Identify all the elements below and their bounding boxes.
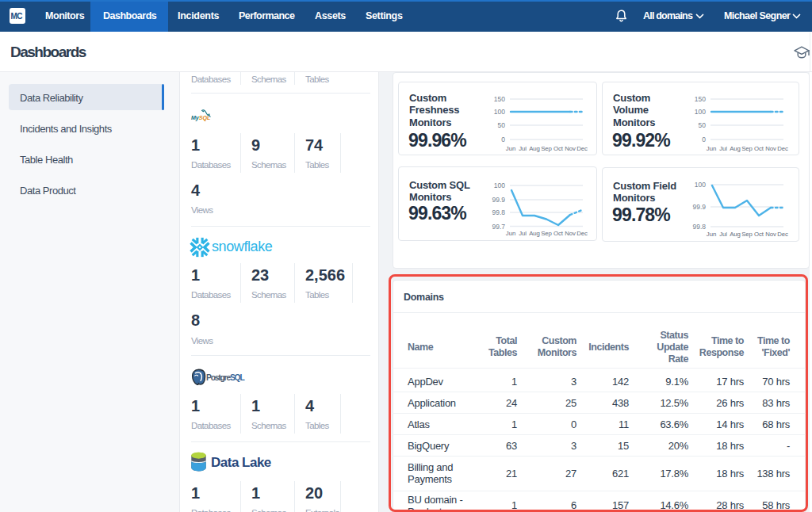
svg-text:50: 50 bbox=[699, 121, 707, 129]
svg-text:99.8: 99.8 bbox=[692, 223, 706, 231]
svg-text:99.9: 99.9 bbox=[492, 196, 505, 204]
svg-text:Jun: Jun bbox=[707, 231, 716, 238]
svg-text:150: 150 bbox=[695, 95, 706, 103]
svg-text:Oct: Oct bbox=[754, 231, 764, 238]
svg-text:Dec: Dec bbox=[576, 145, 588, 152]
svg-text:Aug: Aug bbox=[529, 145, 540, 152]
svg-text:Jun: Jun bbox=[506, 145, 515, 152]
svg-text:Aug: Aug bbox=[730, 145, 741, 152]
svg-text:Sep: Sep bbox=[541, 230, 552, 237]
svg-text:Oct: Oct bbox=[553, 145, 564, 152]
svg-text:Jul: Jul bbox=[719, 145, 727, 152]
svg-text:150: 150 bbox=[494, 95, 505, 103]
svg-text:Sep: Sep bbox=[541, 145, 552, 152]
svg-text:Nov: Nov bbox=[565, 145, 576, 152]
svg-text:Aug: Aug bbox=[730, 231, 741, 238]
svg-text:Jul: Jul bbox=[519, 145, 527, 152]
svg-text:0: 0 bbox=[702, 136, 706, 143]
svg-text:SQL: SQL bbox=[199, 115, 211, 121]
svg-text:99.8: 99.8 bbox=[492, 208, 505, 216]
svg-text:100: 100 bbox=[494, 181, 505, 189]
svg-text:Nov: Nov bbox=[765, 145, 776, 152]
svg-text:0: 0 bbox=[501, 136, 505, 143]
svg-text:Aug: Aug bbox=[529, 230, 540, 237]
svg-text:Nov: Nov bbox=[765, 231, 776, 238]
svg-text:99.7: 99.7 bbox=[492, 223, 505, 231]
svg-text:Dec: Dec bbox=[777, 145, 788, 152]
svg-text:Sep: Sep bbox=[741, 231, 753, 238]
svg-text:Jul: Jul bbox=[519, 230, 527, 237]
svg-text:Dec: Dec bbox=[777, 231, 788, 238]
svg-text:Jun: Jun bbox=[707, 145, 716, 152]
svg-text:Dec: Dec bbox=[576, 230, 588, 237]
svg-text:100: 100 bbox=[494, 108, 505, 116]
svg-text:Oct: Oct bbox=[553, 230, 564, 237]
svg-text:99.9: 99.9 bbox=[692, 203, 706, 211]
svg-text:Nov: Nov bbox=[565, 230, 576, 237]
svg-text:Jul: Jul bbox=[719, 231, 727, 238]
svg-text:50: 50 bbox=[498, 121, 506, 129]
svg-text:Jun: Jun bbox=[506, 230, 515, 237]
svg-text:100: 100 bbox=[695, 108, 706, 116]
svg-text:100: 100 bbox=[695, 181, 706, 189]
svg-text:Sep: Sep bbox=[741, 145, 753, 152]
svg-text:Oct: Oct bbox=[754, 145, 764, 152]
